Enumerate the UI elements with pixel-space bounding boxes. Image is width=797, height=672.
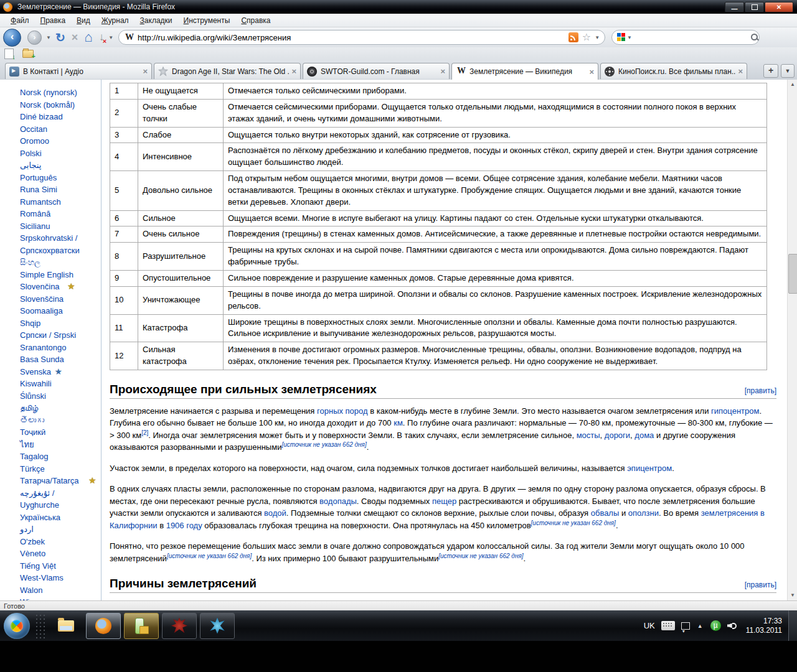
vertical-scrollbar[interactable]: ▲ ▼ xyxy=(787,80,797,600)
wiki-link[interactable]: обвалы xyxy=(591,508,620,518)
home-button[interactable]: ⌂ xyxy=(84,29,92,45)
sidebar-language-link[interactable]: Polski xyxy=(20,147,101,160)
sidebar-language-link[interactable]: தமிழ் xyxy=(20,402,101,414)
tab-close-icon[interactable]: × xyxy=(589,68,594,76)
menu-справка[interactable]: Справка xyxy=(235,15,276,26)
citation-needed-ref[interactable]: [источник не указан 662 дня] xyxy=(531,520,616,526)
sidebar-language-link[interactable]: Kiswahili xyxy=(20,378,101,390)
wiki-link[interactable]: км xyxy=(394,418,403,427)
sidebar-language-link[interactable]: اردو xyxy=(20,523,101,536)
sidebar-language-link[interactable]: West-Vlams xyxy=(20,572,101,584)
sidebar-language-link[interactable]: Shqip xyxy=(20,317,101,330)
sidebar-language-link[interactable]: Oromoo xyxy=(20,135,101,147)
close-button[interactable]: ✕ xyxy=(765,2,793,12)
back-button[interactable]: ‹ xyxy=(3,29,21,47)
sidebar-language-link[interactable]: ไทย xyxy=(20,439,101,451)
wiki-link[interactable]: водопады xyxy=(319,497,357,506)
tab-close-icon[interactable]: × xyxy=(291,67,296,75)
utorrent-tray-icon[interactable]: µ xyxy=(710,620,721,631)
edit-section-link[interactable]: [править] xyxy=(745,386,776,395)
google-search-engine-icon[interactable] xyxy=(617,33,626,42)
sidebar-language-link[interactable]: Rumantsch xyxy=(20,196,101,208)
sidebar-language-link[interactable]: Occitan xyxy=(20,123,101,136)
search-magnifier-icon[interactable] xyxy=(750,33,759,42)
menu-закладки[interactable]: Закладки xyxy=(134,15,178,26)
sidebar-language-link[interactable]: සිංහල xyxy=(20,256,101,269)
edit-section-link[interactable]: [править] xyxy=(745,581,776,589)
save-page-icon[interactable] xyxy=(4,49,14,59)
forward-button[interactable]: › xyxy=(27,30,42,45)
sidebar-language-link[interactable]: Српски / Srpski xyxy=(20,329,101,342)
sidebar-language-link[interactable]: Sranantongo xyxy=(20,342,101,354)
restore-windows-tray-icon[interactable] xyxy=(681,622,690,630)
search-engine-dropdown-icon[interactable]: ▼ xyxy=(627,35,632,40)
menu-вид[interactable]: Вид xyxy=(71,15,96,26)
sidebar-language-link[interactable]: Norsk (bokmål) xyxy=(20,99,101,111)
rss-feed-icon[interactable] xyxy=(568,32,578,42)
wiki-link[interactable]: водой xyxy=(264,508,286,518)
start-button[interactable] xyxy=(4,613,30,639)
tab-close-icon[interactable]: × xyxy=(143,67,148,75)
tab-close-icon[interactable]: × xyxy=(738,67,743,75)
toolbar-dropdown-icon[interactable]: ▼ xyxy=(108,35,113,40)
downloads-button[interactable]: ↓ × xyxy=(99,31,105,44)
show-hidden-icons-arrow[interactable]: ▲ xyxy=(697,623,703,629)
urlbar-dropdown-icon[interactable]: ▼ xyxy=(595,35,600,40)
sidebar-language-link[interactable]: Simple English xyxy=(20,269,101,281)
sidebar-language-link[interactable]: Walon xyxy=(20,584,101,597)
sidebar-language-link[interactable]: తెలుగు xyxy=(20,414,101,427)
taskbar-item-firefox[interactable] xyxy=(86,613,121,639)
minimize-button[interactable]: — xyxy=(725,2,744,12)
sidebar-language-link[interactable]: Winaray xyxy=(20,596,101,600)
sidebar-language-link[interactable]: Română xyxy=(20,208,101,220)
browser-tab[interactable]: Dragon Age II, Star Wars: The Old ...× xyxy=(154,63,301,79)
show-desktop-button[interactable] xyxy=(788,610,797,641)
wiki-link[interactable]: землетрясения в Калифорнии xyxy=(110,508,765,530)
url-text[interactable]: http://ru.wikipedia.org/wiki/Землетрясен… xyxy=(138,33,568,42)
sidebar-language-link[interactable]: Svenska★ xyxy=(20,366,101,378)
maximize-button[interactable] xyxy=(745,2,764,12)
browser-tab[interactable]: В Контакті | Аудіо× xyxy=(5,63,152,79)
menu-файл[interactable]: Файл xyxy=(5,15,35,26)
wiki-link[interactable]: дома xyxy=(634,431,654,440)
sidebar-language-link[interactable]: Sicilianu xyxy=(20,220,101,233)
wiki-link[interactable]: горных пород xyxy=(317,406,368,416)
citation-needed-ref[interactable]: [источник не указан 662 дня] xyxy=(167,553,252,559)
sidebar-language-link[interactable]: Tiếng Việt xyxy=(20,560,101,572)
stop-button[interactable]: × xyxy=(72,31,78,44)
sidebar-language-link[interactable]: Tagalog xyxy=(20,450,101,463)
wiki-link[interactable]: 1906 году xyxy=(166,521,202,530)
wiki-link[interactable]: пещер xyxy=(432,497,456,506)
new-tab-button[interactable]: + xyxy=(763,64,778,78)
history-dropdown-icon[interactable]: ▼ xyxy=(46,35,51,40)
sidebar-language-link[interactable]: ئۇيغۇرچە / Uyghurche xyxy=(20,487,101,511)
browser-tab[interactable]: КиноПоиск.ru. Все фильмы план...× xyxy=(600,63,747,79)
wiki-link[interactable]: гипоцентром xyxy=(711,406,759,416)
wiki-link[interactable]: оползни xyxy=(628,508,659,518)
taskbar-item-qip-messenger[interactable] xyxy=(124,613,159,639)
taskbar-clock[interactable]: 17:33 11.03.2011 xyxy=(746,617,782,635)
keyboard-language-indicator[interactable]: UK xyxy=(644,621,655,630)
scrollbar-thumb[interactable] xyxy=(788,254,797,294)
scrollbar-down-icon[interactable]: ▼ xyxy=(788,590,797,600)
sidebar-language-link[interactable]: Srpskohrvatski / Српскохрватски xyxy=(20,232,101,256)
volume-speaker-icon[interactable] xyxy=(727,622,737,630)
new-folder-icon[interactable] xyxy=(22,50,34,58)
sidebar-language-link[interactable]: Slovenščina xyxy=(20,293,101,306)
all-tabs-dropdown-button[interactable]: ▼ xyxy=(781,64,795,78)
sidebar-language-link[interactable]: Ślůnski xyxy=(20,390,101,403)
search-input[interactable] xyxy=(636,32,748,43)
browser-tab-active[interactable]: Землетрясение — Википедия× xyxy=(451,63,598,80)
citation-needed-ref[interactable]: [источник не указан 662 дня] xyxy=(438,553,523,559)
address-bar[interactable]: W http://ru.wikipedia.org/wiki/Землетряс… xyxy=(118,30,605,45)
wiki-link[interactable]: мосты xyxy=(577,431,600,440)
reload-button[interactable]: ↻ xyxy=(55,30,65,45)
sidebar-language-link[interactable]: O'zbek xyxy=(20,536,101,548)
wiki-link[interactable]: дороги xyxy=(605,431,630,440)
sidebar-language-link[interactable]: Soomaaliga xyxy=(20,305,101,317)
sidebar-language-link[interactable]: Basa Sunda xyxy=(20,353,101,366)
taskbar-item-windows-explorer[interactable] xyxy=(49,614,83,638)
wiki-link[interactable]: эпицентром xyxy=(627,464,672,473)
sidebar-language-link[interactable]: Norsk (nynorsk) xyxy=(20,86,101,99)
sidebar-language-link[interactable]: Português xyxy=(20,172,101,184)
